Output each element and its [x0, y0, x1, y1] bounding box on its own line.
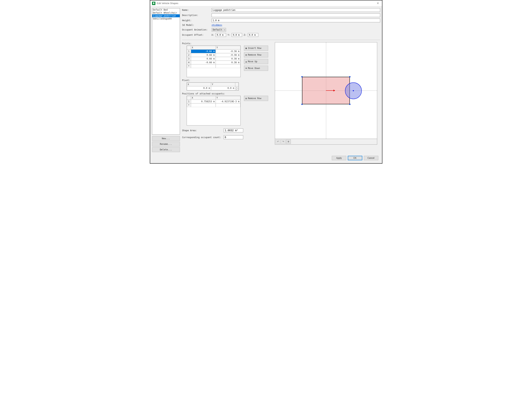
grid-add-icon: ▦ [246, 47, 247, 49]
redo-button[interactable]: ↷ [281, 139, 286, 144]
grid-del-icon: ▤ [246, 97, 247, 100]
offset-y-label: Y: [228, 34, 230, 36]
edit-vehicle-shapes-dialog: Edit Vehicle Shapes ✕ Default Bed Defaul… [150, 0, 382, 164]
undo-button[interactable]: ↶ [276, 139, 280, 144]
shape-preview: ↶ ↷ ✛ [275, 42, 377, 145]
name-label: Name: [182, 9, 210, 11]
crosshair-icon: ✛ [287, 140, 289, 143]
cancel-button[interactable]: Cancel [364, 156, 378, 160]
model-label: 3d Model: [182, 24, 210, 26]
remove-occ-row-button[interactable]: ▤Remove Row [244, 96, 268, 101]
count-input[interactable] [224, 135, 243, 139]
pivot-table[interactable]: X Y 0.0 m 0.0 m ▴▾ [187, 82, 239, 91]
pivot-label: Pivot: [182, 79, 272, 82]
chevron-down-icon: ▾ [224, 29, 225, 31]
offset-y-input[interactable] [232, 33, 242, 37]
window-title: Edit Vehicle Shapes [157, 2, 375, 5]
undo-icon: ↶ [277, 140, 279, 143]
area-label: Shape Area: [182, 129, 222, 132]
offset-z-label: Z: [244, 34, 246, 36]
count-label: Corresponding occupant count: [182, 136, 222, 139]
height-input[interactable] [212, 19, 380, 22]
chevron-up-icon: ▲ [246, 60, 247, 63]
move-down-button[interactable]: ▼Move Down [244, 66, 268, 71]
anim-select[interactable]: Default ▾ [212, 28, 226, 32]
model-link[interactable]: <hidden> [212, 24, 222, 26]
move-up-button[interactable]: ▲Move Up [244, 59, 268, 64]
offset-x-input[interactable] [216, 33, 226, 37]
table-row[interactable]: 3 0.66 m 0.38 m [187, 57, 241, 61]
table-row[interactable]: 1 -0.66 m -0.38 m [187, 49, 241, 53]
offset-z-input[interactable] [248, 33, 258, 37]
table-row[interactable]: 2 0.66 m -0.38 m [187, 53, 241, 57]
ok-button[interactable]: OK [348, 156, 362, 160]
list-item[interactable]: Default Bed [152, 8, 180, 11]
preview-toolbar: ↶ ↷ ✛ [275, 139, 377, 145]
delete-button[interactable]: Delete... [152, 147, 180, 152]
occ-header-y: Y [216, 96, 241, 100]
apply-button[interactable]: Apply [332, 156, 346, 160]
anim-label: Occupant Animation: [182, 28, 210, 31]
anim-value: Default [213, 28, 222, 31]
redo-icon: ↷ [282, 140, 284, 143]
points-header-y: Y [216, 46, 241, 49]
chevron-down-icon: ▼ [246, 67, 247, 69]
list-item[interactable]: VehicleShape00 [152, 17, 180, 20]
spin-down-icon[interactable]: ▾ [235, 88, 239, 90]
description-input[interactable] [212, 13, 380, 17]
table-row-new[interactable]: * [187, 64, 241, 68]
offset-label: Occupant Offset: [182, 34, 210, 36]
titlebar: Edit Vehicle Shapes ✕ [150, 0, 382, 6]
name-input[interactable] [212, 8, 380, 12]
occupants-table[interactable]: X Y 1 0.758253 m -4.923719E-3 m [187, 96, 241, 125]
points-label: Points: [182, 42, 272, 45]
remove-row-button[interactable]: ▤Remove Row [244, 52, 268, 57]
height-label: Height: [182, 19, 210, 22]
occ-header-x: X [191, 96, 216, 100]
list-item[interactable]: Default Wheelchair [152, 11, 180, 14]
spin-up-icon[interactable]: ▴ [235, 86, 239, 88]
table-row[interactable]: 4 -0.66 m 0.38 m [187, 61, 241, 64]
rename-button[interactable]: Rename... [152, 142, 180, 147]
grid-del-icon: ▤ [246, 54, 247, 56]
close-icon[interactable]: ✕ [375, 1, 380, 5]
table-row[interactable]: 1 0.758253 m -4.923719E-3 m [187, 100, 241, 103]
pivot-header-y: Y [211, 83, 235, 86]
preview-canvas[interactable] [275, 42, 377, 139]
app-icon [152, 2, 155, 5]
area-output [224, 129, 243, 132]
table-row[interactable]: 0.0 m 0.0 m ▴▾ [187, 86, 239, 90]
reset-view-button[interactable]: ✛ [286, 139, 291, 144]
description-label: Description: [182, 14, 210, 17]
table-row-new[interactable]: * [187, 103, 241, 107]
points-table[interactable]: X Y 1 -0.66 m -0.38 m 2 [187, 46, 241, 77]
offset-x-label: X: [212, 34, 214, 36]
points-header-x: X [191, 46, 216, 49]
new-button[interactable]: New... [152, 136, 180, 141]
occupants-label: Positions of attached occupants: [182, 93, 272, 95]
pivot-header-x: X [187, 83, 211, 86]
sidebar: Default Bed Default Wheelchair Luggage p… [152, 8, 180, 152]
shapes-listbox[interactable]: Default Bed Default Wheelchair Luggage p… [152, 8, 180, 135]
list-item[interactable]: Luggage pedstrian [152, 14, 180, 17]
insert-row-button[interactable]: ▦Insert Row [244, 46, 268, 51]
